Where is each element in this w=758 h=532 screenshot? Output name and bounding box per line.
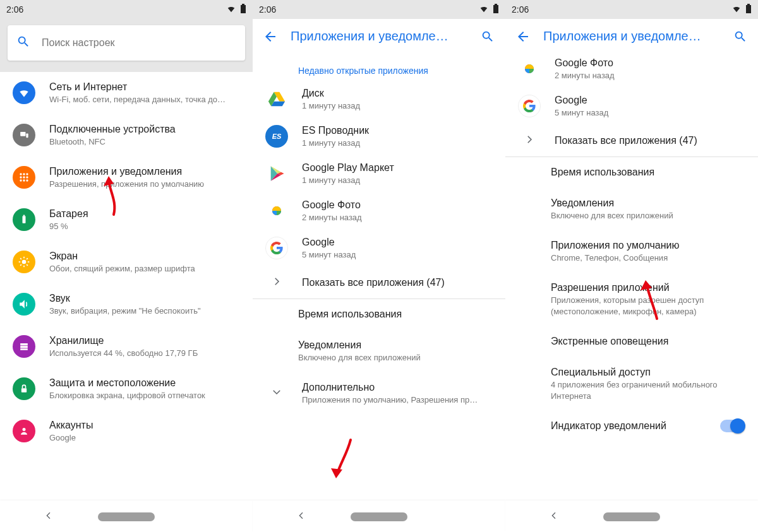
home-pill[interactable] [98, 512, 155, 521]
phone-screen-apps-expanded: 2:06 Приложения и уведомле… Google Фото2… [505, 0, 758, 532]
item-title: Батарея [49, 208, 241, 221]
app-row-drive[interactable]: Диск1 минуту назад [253, 81, 505, 118]
storage-icon [13, 335, 35, 358]
app-sub: 2 минуты назад [302, 212, 494, 223]
svg-rect-14 [23, 215, 25, 216]
app-permissions-row[interactable]: Разрешения приложенийПриложения, которым… [505, 273, 758, 326]
app-sub: 1 минуту назад [302, 100, 494, 112]
screen-time-row[interactable]: Время использования [253, 299, 505, 330]
chevron-down-icon [271, 386, 282, 400]
item-title: Сеть и Интернет [49, 81, 241, 94]
lock-icon [13, 377, 35, 400]
item-subtitle: Обои, спящий режим, размер шрифта [49, 263, 241, 275]
brightness-icon [13, 251, 35, 273]
search-button[interactable] [478, 27, 498, 47]
item-subtitle: Приложения, которым разрешен доступ (мес… [551, 295, 747, 317]
svg-rect-24 [20, 343, 28, 345]
item-title: Время использования [551, 166, 747, 179]
back-nav-icon[interactable] [44, 511, 54, 523]
svg-rect-32 [747, 4, 750, 5]
emergency-row[interactable]: Экстренные оповещения [505, 326, 758, 357]
apps-list: Недавно открытые приложения Диск1 минуту… [253, 54, 505, 500]
back-nav-icon[interactable] [549, 511, 559, 523]
indicator-switch[interactable] [720, 420, 744, 432]
svg-rect-27 [21, 389, 27, 393]
wifi-icon [731, 4, 742, 15]
settings-item-battery[interactable]: Батарея95 % [0, 199, 253, 241]
svg-point-8 [23, 177, 25, 179]
recent-apps-header: Недавно открытые приложения [253, 54, 505, 81]
app-name: Google Play Маркет [302, 162, 494, 175]
back-nav-icon[interactable] [296, 511, 306, 523]
item-title: Аккаунты [49, 419, 241, 432]
app-row-play[interactable]: Google Play Маркет1 минуту назад [253, 155, 505, 192]
show-all-apps[interactable]: Показать все приложения (47) [505, 125, 758, 157]
svg-rect-13 [23, 216, 26, 224]
screen-time-row[interactable]: Время использования [505, 157, 758, 188]
settings-item-security[interactable]: Защита и местоположениеБлокировка экрана… [0, 368, 253, 410]
settings-item-storage[interactable]: ХранилищеИспользуется 44 %, свободно 17,… [0, 326, 253, 368]
svg-rect-2 [20, 132, 25, 136]
app-row-photos[interactable]: Google Фото2 минуты назад [253, 192, 505, 230]
svg-line-21 [27, 265, 28, 266]
app-sub: 2 минуты назад [555, 70, 747, 81]
drive-icon [265, 88, 288, 110]
settings-item-apps[interactable]: Приложения и уведомленияРазрешения, прил… [0, 157, 253, 199]
app-sub: 5 минут назад [555, 107, 747, 119]
item-subtitle: 4 приложения без ограничений мобильного … [551, 379, 747, 402]
app-row-google[interactable]: Google5 минут назад [253, 230, 505, 267]
special-access-row[interactable]: Специальный доступ4 приложения без огран… [505, 357, 758, 411]
app-bar: Приложения и уведомле… [505, 19, 758, 54]
app-row-es[interactable]: ES ES Проводник1 минуту назад [253, 118, 505, 155]
settings-item-accounts[interactable]: АккаунтыGoogle [0, 410, 253, 452]
svg-rect-0 [241, 5, 246, 13]
item-subtitle: Wi-Fi, моб. сети, передача данных, точка… [49, 94, 241, 105]
status-bar: 2:06 [505, 0, 758, 19]
svg-rect-26 [20, 349, 28, 351]
item-subtitle: Звук, вибрация, режим "Не беспокоить" [49, 305, 241, 317]
show-all-apps[interactable]: Показать все приложения (47) [253, 267, 505, 299]
settings-item-sound[interactable]: ЗвукЗвук, вибрация, режим "Не беспокоить… [0, 283, 253, 326]
item-title: Дополнительно [302, 381, 494, 394]
wifi-icon [226, 4, 236, 15]
notifications-row[interactable]: УведомленияВключено для всех приложений [505, 188, 758, 230]
svg-point-15 [22, 260, 27, 264]
indicator-row[interactable]: Индикатор уведомлений [505, 411, 758, 442]
item-title: Экстренные оповещения [551, 335, 747, 348]
settings-item-display[interactable]: ЭкранОбои, спящий режим, размер шрифта [0, 241, 253, 283]
search-input[interactable] [42, 37, 236, 49]
back-button[interactable] [513, 27, 533, 47]
home-pill[interactable] [351, 512, 407, 521]
app-sub: 5 минут назад [302, 249, 494, 261]
svg-rect-31 [746, 5, 751, 13]
settings-item-network[interactable]: Сеть и ИнтернетWi-Fi, моб. сети, передач… [0, 72, 253, 114]
notifications-row[interactable]: УведомленияВключено для всех приложений [253, 330, 505, 372]
app-name: ES Проводник [302, 124, 494, 138]
battery-icon [493, 4, 499, 16]
item-title: Защита и местоположение [49, 377, 241, 390]
status-time: 2:06 [512, 4, 529, 15]
settings-list: Сеть и ИнтернетWi-Fi, моб. сети, передач… [0, 72, 253, 500]
settings-item-connected[interactable]: Подключенные устройстваBluetooth, NFC [0, 114, 253, 157]
play-icon [265, 162, 288, 185]
search-button[interactable] [730, 27, 750, 47]
wifi-icon [479, 4, 489, 15]
search-card[interactable] [8, 25, 245, 61]
app-row-google[interactable]: Google5 минут назад [505, 88, 758, 125]
home-pill[interactable] [603, 512, 660, 521]
app-name: Google Фото [302, 199, 494, 212]
svg-rect-29 [493, 5, 498, 13]
back-button[interactable] [260, 27, 280, 47]
item-subtitle: Google [49, 432, 241, 444]
item-title: Хранилище [49, 334, 241, 348]
wifi-icon [13, 81, 35, 104]
google-icon [518, 95, 541, 117]
item-subtitle: Bluetooth, NFC [49, 136, 241, 148]
item-subtitle: Chrome, Телефон, Сообщения [551, 252, 747, 264]
app-row-photos[interactable]: Google Фото2 минуты назад [505, 54, 758, 88]
default-apps-row[interactable]: Приложения по умолчаниюChrome, Телефон, … [505, 230, 758, 273]
advanced-row[interactable]: ДополнительноПриложения по умолчанию, Ра… [253, 372, 505, 415]
app-name: Google [555, 94, 747, 107]
show-all-label: Показать все приложения (47) [555, 134, 747, 148]
status-time: 2:06 [259, 4, 276, 15]
